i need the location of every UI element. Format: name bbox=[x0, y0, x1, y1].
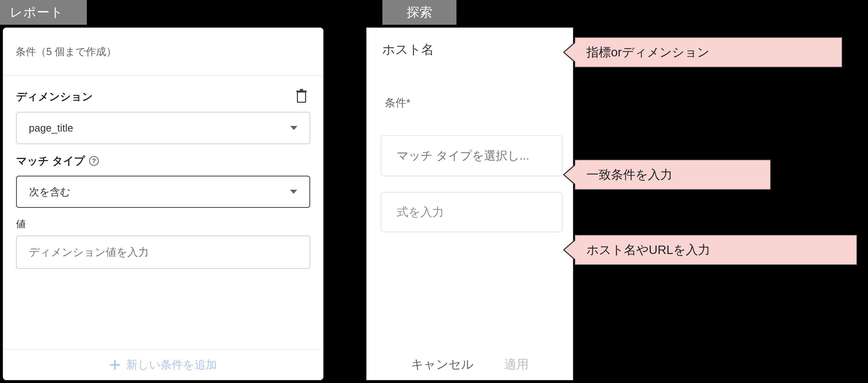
explore-tab-label: 探索 bbox=[407, 4, 432, 21]
callout-text: ホスト名やURLを入力 bbox=[586, 242, 710, 258]
value-label: 値 bbox=[16, 217, 323, 231]
match-type-label: マッチ タイプ bbox=[16, 154, 85, 168]
report-tab-label: レポート bbox=[10, 4, 64, 21]
explore-conditions-label: 条件* bbox=[385, 96, 572, 110]
dimension-select-value: page_title bbox=[29, 123, 73, 134]
explore-tab[interactable]: 探索 bbox=[382, 0, 457, 25]
svg-rect-0 bbox=[298, 92, 306, 102]
value-placeholder: ディメンション値を入力 bbox=[29, 245, 149, 259]
chevron-down-icon bbox=[290, 190, 297, 194]
add-condition-button[interactable]: 新しい条件を追加 bbox=[3, 349, 323, 380]
explore-match-type-select[interactable]: マッチ タイプを選択し... bbox=[381, 135, 562, 176]
callout-text: 一致条件を入力 bbox=[586, 167, 673, 183]
callout-match-condition: 一致条件を入力 bbox=[575, 160, 771, 190]
dimension-row: ディメンション bbox=[3, 89, 323, 104]
chevron-down-icon bbox=[290, 126, 298, 130]
callout-text: 指標orディメンション bbox=[586, 44, 710, 61]
match-type-value: 次を含む bbox=[29, 185, 70, 199]
explore-expression-input[interactable]: 式を入力 bbox=[381, 192, 562, 232]
apply-button[interactable]: 適用 bbox=[504, 356, 529, 373]
explore-title: ホスト名 bbox=[367, 28, 572, 71]
callout-host-or-url: ホスト名やURLを入力 bbox=[575, 235, 857, 265]
plus-icon bbox=[110, 359, 120, 370]
explore-match-type-placeholder: マッチ タイプを選択し... bbox=[397, 148, 529, 164]
match-type-select[interactable]: 次を含む bbox=[16, 176, 310, 208]
match-type-label-row: マッチ タイプ ? bbox=[16, 154, 323, 168]
svg-rect-2 bbox=[300, 89, 303, 91]
explore-panel: ホスト名 条件* マッチ タイプを選択し... 式を入力 キャンセル 適用 bbox=[366, 28, 573, 380]
dimension-select[interactable]: page_title bbox=[16, 112, 310, 144]
report-panel: 条件（5 個まで作成） ディメンション page_title マッチ タイプ ?… bbox=[3, 28, 323, 380]
report-tab[interactable]: レポート bbox=[0, 0, 87, 25]
add-condition-label: 新しい条件を追加 bbox=[126, 357, 217, 372]
svg-rect-1 bbox=[297, 91, 307, 92]
explore-actions: キャンセル 適用 bbox=[367, 356, 572, 373]
cancel-button[interactable]: キャンセル bbox=[411, 356, 473, 373]
dimension-value-input[interactable]: ディメンション値を入力 bbox=[16, 236, 310, 269]
help-icon[interactable]: ? bbox=[89, 156, 99, 166]
dimension-label: ディメンション bbox=[16, 90, 93, 104]
delete-icon[interactable] bbox=[296, 89, 308, 104]
conditions-header: 条件（5 個まで作成） bbox=[3, 28, 323, 76]
callout-metric-or-dimension: 指標orディメンション bbox=[575, 37, 842, 68]
explore-expression-placeholder: 式を入力 bbox=[397, 204, 444, 220]
